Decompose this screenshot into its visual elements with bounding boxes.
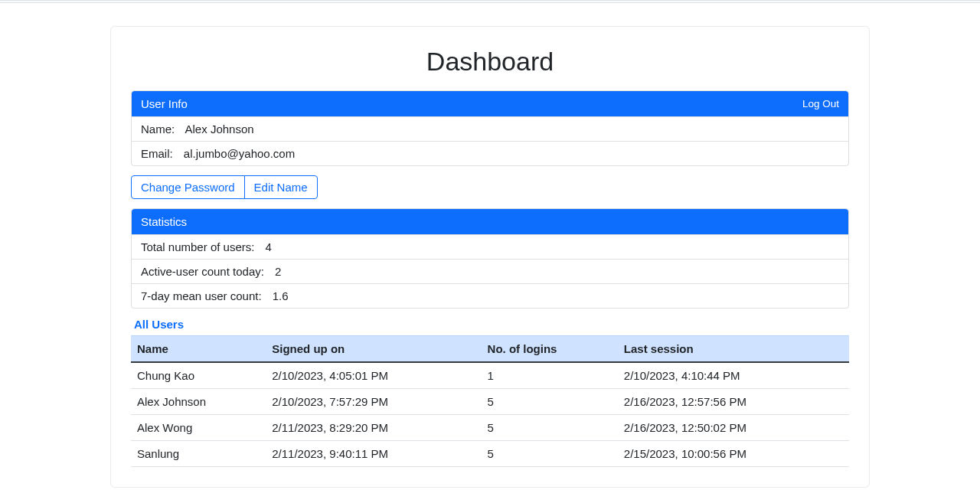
stat-mean-value: 1.6 <box>273 289 289 302</box>
stat-total-value: 4 <box>266 240 272 253</box>
statistics-header-label: Statistics <box>141 215 187 228</box>
stat-active-label: Active-user count today: <box>141 265 264 278</box>
stat-total-users: Total number of users: 4 <box>132 234 848 259</box>
user-email-value: al.jumbo@yahoo.com <box>184 147 295 160</box>
col-signed-up: Signed up on <box>267 336 482 363</box>
col-name: Name <box>131 336 267 363</box>
user-name-label: Name: <box>141 122 175 136</box>
cell-logins: 5 <box>483 441 619 467</box>
cell-logins: 1 <box>483 362 619 389</box>
user-name-row: Name: Alex Johnson <box>132 116 848 141</box>
user-info-card: User Info Log Out Name: Alex Johnson Ema… <box>131 90 849 166</box>
user-email-row: Email: al.jumbo@yahoo.com <box>132 141 848 165</box>
stat-mean-label: 7-day mean user count: <box>141 289 262 302</box>
user-info-header: User Info Log Out <box>132 91 848 116</box>
col-logins: No. of logins <box>483 336 619 363</box>
table-row: Chung Kao2/10/2023, 4:05:01 PM12/10/2023… <box>131 362 849 389</box>
col-last-session: Last session <box>619 336 849 363</box>
cell-signedUp: 2/10/2023, 4:05:01 PM <box>267 362 482 389</box>
stat-active-users: Active-user count today: 2 <box>132 259 848 283</box>
stat-mean-users: 7-day mean user count: 1.6 <box>132 283 848 308</box>
cell-logins: 5 <box>483 389 619 415</box>
cell-lastSession: 2/16/2023, 12:50:02 PM <box>619 415 849 441</box>
users-table: Name Signed up on No. of logins Last ses… <box>131 335 849 467</box>
cell-signedUp: 2/11/2023, 8:29:20 PM <box>267 415 482 441</box>
top-divider <box>0 0 980 3</box>
cell-lastSession: 2/15/2023, 10:00:56 PM <box>619 441 849 467</box>
cell-lastSession: 2/16/2023, 12:57:56 PM <box>619 389 849 415</box>
page-title: Dashboard <box>131 47 849 77</box>
user-actions: Change Password Edit Name <box>131 175 318 199</box>
cell-logins: 5 <box>483 415 619 441</box>
statistics-header: Statistics <box>132 209 848 234</box>
edit-name-button[interactable]: Edit Name <box>244 175 318 199</box>
dashboard-container: Dashboard User Info Log Out Name: Alex J… <box>110 26 870 488</box>
cell-name: Alex Wong <box>131 415 267 441</box>
stat-active-value: 2 <box>275 265 281 278</box>
table-row: Sanlung2/11/2023, 9:40:11 PM52/15/2023, … <box>131 441 849 467</box>
table-row: Alex Wong2/11/2023, 8:29:20 PM52/16/2023… <box>131 415 849 441</box>
change-password-button[interactable]: Change Password <box>131 175 245 199</box>
cell-lastSession: 2/10/2023, 4:10:44 PM <box>619 362 849 389</box>
user-email-label: Email: <box>141 147 173 160</box>
stat-total-label: Total number of users: <box>141 240 254 253</box>
statistics-card: Statistics Total number of users: 4 Acti… <box>131 208 849 309</box>
cell-name: Chung Kao <box>131 362 267 389</box>
user-info-header-label: User Info <box>141 97 188 110</box>
cell-signedUp: 2/10/2023, 7:57:29 PM <box>267 389 482 415</box>
table-header-row: Name Signed up on No. of logins Last ses… <box>131 336 849 363</box>
all-users-title: All Users <box>134 318 849 331</box>
cell-name: Sanlung <box>131 441 267 467</box>
table-row: Alex Johnson2/10/2023, 7:57:29 PM52/16/2… <box>131 389 849 415</box>
cell-signedUp: 2/11/2023, 9:40:11 PM <box>267 441 482 467</box>
user-name-value: Alex Johnson <box>185 122 254 136</box>
logout-link[interactable]: Log Out <box>802 98 839 109</box>
cell-name: Alex Johnson <box>131 389 267 415</box>
